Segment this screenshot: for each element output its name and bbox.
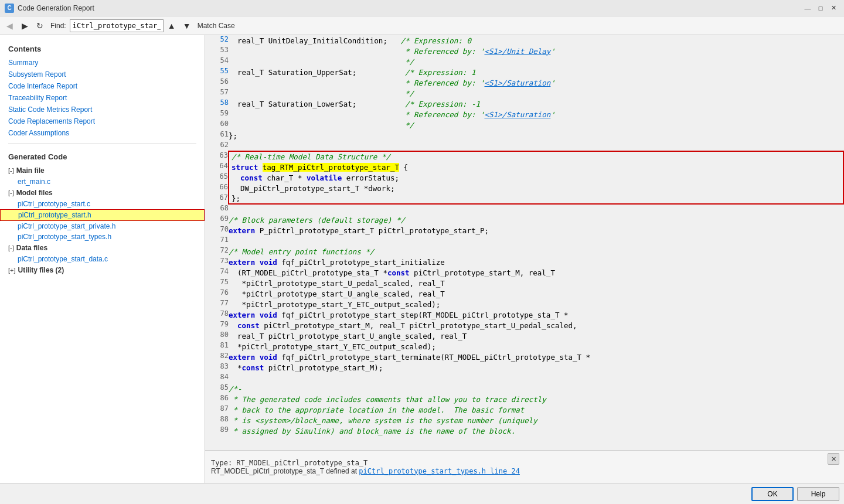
help-button[interactable]: Help — [797, 487, 839, 501]
piCtrl-h-item: piCtrl_prototype_start.h — [0, 209, 205, 221]
code-cell: * is <system>/block_name, where system i… — [229, 415, 843, 425]
line-num: 61 — [205, 130, 229, 141]
sidebar-link-static-code[interactable]: Static Code Metrics Report — [0, 104, 205, 115]
line-num: 57 — [205, 88, 229, 98]
line-num: 77 — [205, 299, 229, 309]
piCtrl-h-link[interactable]: piCtrl_prototype_start.h — [18, 211, 91, 219]
main-file-label: Main file — [16, 166, 45, 175]
line-num: 68 — [205, 204, 229, 214]
sidebar-link-code-replacements[interactable]: Code Replacements Report — [0, 115, 205, 127]
piCtrl-private-link[interactable]: piCtrl_prototype_start_private.h — [18, 222, 115, 230]
utility-files-toggle[interactable]: [+] — [8, 267, 16, 274]
back-button[interactable]: ◀ — [2, 19, 16, 33]
table-row: 80 real_T piCtrl_prototype_start_U_angle… — [205, 331, 843, 341]
line-num: 67 — [205, 193, 229, 204]
table-row: 69 /* Block parameters (default storage)… — [205, 214, 843, 225]
line-num: 65 — [205, 172, 229, 183]
table-row: 76 *piCtrl_prototype_start_U_angle_scale… — [205, 288, 843, 299]
ert-main-item: ert_main.c — [0, 176, 205, 187]
refresh-button[interactable]: ↻ — [33, 19, 47, 33]
code-scroll-area[interactable]: 52 real_T UnitDelay_InitialCondition; /*… — [205, 35, 844, 450]
code-cell: *piCtrl_prototype_start_U_pedal_scaled, … — [229, 278, 843, 288]
code-cell: extern void fqf_piCtrl_prototype_start_t… — [229, 352, 843, 362]
line-num: 63 — [205, 151, 229, 162]
sidebar-link-subsystem-report[interactable]: Subsystem Report — [0, 69, 205, 80]
line-num: 60 — [205, 120, 229, 130]
table-row: 61 }; — [205, 130, 843, 141]
piCtrl-types-item: piCtrl_prototype_start_types.h — [0, 231, 205, 242]
table-row: 56 * Referenced by: '<S1>/Saturation' — [205, 77, 843, 88]
table-row: 63 /* Real-time Model Data Structure */ — [205, 151, 843, 162]
piCtrl-data-link[interactable]: piCtrl_prototype_start_data.c — [18, 255, 108, 263]
code-cell: */ — [229, 56, 843, 67]
data-files-tree-item: [-] Data files — [0, 242, 205, 254]
table-row: 84 — [205, 373, 843, 383]
line-num: 54 — [205, 56, 229, 67]
line-num: 66 — [205, 183, 229, 193]
line-num: 73 — [205, 257, 229, 267]
table-row: 66 DW_piCtrl_prototype_start_T *dwork; — [205, 183, 843, 193]
ok-button[interactable]: OK — [751, 487, 794, 501]
sidebar-link-coder-assumptions[interactable]: Coder Assumptions — [0, 127, 205, 139]
line-num: 88 — [205, 415, 229, 425]
code-cell: real_T piCtrl_prototype_start_U_angle_sc… — [229, 331, 843, 341]
piCtrl-c-link[interactable]: piCtrl_prototype_start.c — [18, 200, 90, 208]
code-cell: */ — [229, 120, 843, 130]
code-cell: /* Block parameters (default storage) */ — [229, 214, 843, 225]
table-row: 73 extern void fqf_piCtrl_prototype_star… — [205, 257, 843, 267]
code-cell: const char_T * volatile errorStatus; — [229, 172, 843, 183]
main-file-toggle[interactable]: [-] — [8, 167, 14, 174]
code-cell: * assigned by Simulink) and block_name i… — [229, 425, 843, 436]
code-cell — [229, 236, 843, 246]
ert-main-link[interactable]: ert_main.c — [18, 178, 50, 186]
code-cell: DW_piCtrl_prototype_start_T *dwork; — [229, 183, 843, 193]
table-row: 87 * back to the appropriate location in… — [205, 404, 843, 415]
table-row: 81 *piCtrl_prototype_start_Y_ETC_output_… — [205, 341, 843, 352]
find-up-button[interactable]: ▲ — [165, 19, 179, 33]
status-close-button[interactable]: ✕ — [828, 453, 839, 465]
line-num: 74 — [205, 267, 229, 278]
line-num: 55 — [205, 67, 229, 77]
line-num: 59 — [205, 109, 229, 120]
piCtrl-types-link[interactable]: piCtrl_prototype_start_types.h — [18, 233, 111, 241]
model-files-toggle[interactable]: [-] — [8, 189, 14, 196]
bottom-bar: OK Help — [0, 483, 844, 504]
table-row: 88 * is <system>/block_name, where syste… — [205, 415, 843, 425]
line-num: 70 — [205, 225, 229, 236]
sidebar-link-traceability[interactable]: Traceability Report — [0, 92, 205, 104]
sidebar-link-code-interface[interactable]: Code Interface Report — [0, 80, 205, 92]
code-cell: extern void fqf_piCtrl_prototype_start_i… — [229, 257, 843, 267]
table-row: 77 *piCtrl_prototype_start_Y_ETC_output_… — [205, 299, 843, 309]
table-row: 58 real_T Saturation_LowerSat; /* Expres… — [205, 98, 843, 109]
code-cell — [229, 204, 843, 214]
code-cell: *piCtrl_prototype_start_Y_ETC_output_sca… — [229, 341, 843, 352]
minimize-button[interactable]: — — [802, 2, 814, 14]
maximize-button[interactable]: □ — [815, 2, 826, 14]
line-num: 81 — [205, 341, 229, 352]
code-cell: real_T Saturation_LowerSat; /* Expressio… — [229, 98, 843, 109]
piCtrl-data-item: piCtrl_prototype_start_data.c — [0, 254, 205, 264]
forward-button[interactable]: ▶ — [18, 19, 32, 33]
code-cell: extern P_piCtrl_prototype_start_T piCtrl… — [229, 225, 843, 236]
sidebar-link-summary[interactable]: Summary — [0, 57, 205, 69]
line-num: 62 — [205, 141, 229, 151]
line-num: 78 — [205, 309, 229, 320]
code-cell: real_T UnitDelay_InitialCondition; /* Ex… — [229, 35, 843, 46]
status-def-link[interactable]: piCtrl_prototype_start_types.h line 24 — [359, 467, 520, 475]
data-files-label: Data files — [16, 244, 47, 252]
code-cell: */ — [229, 88, 843, 98]
code-cell: * Referenced by: '<S1>/Saturation' — [229, 77, 843, 88]
table-row: 71 — [205, 236, 843, 246]
table-row: 53 * Referenced by: '<S1>/Unit Delay' — [205, 46, 843, 56]
code-table: 52 real_T UnitDelay_InitialCondition; /*… — [205, 35, 844, 450]
table-row: 79 const piCtrl_prototype_start_M, real_… — [205, 320, 843, 331]
app-icon: C — [5, 4, 14, 13]
find-down-button[interactable]: ▼ — [180, 19, 194, 33]
line-num: 71 — [205, 236, 229, 246]
data-files-toggle[interactable]: [-] — [8, 244, 14, 251]
find-input[interactable] — [70, 19, 164, 32]
close-window-button[interactable]: ✕ — [828, 2, 839, 14]
utility-files-label: Utility files (2) — [18, 266, 64, 274]
line-num: 64 — [205, 162, 229, 172]
table-row — [205, 436, 843, 450]
